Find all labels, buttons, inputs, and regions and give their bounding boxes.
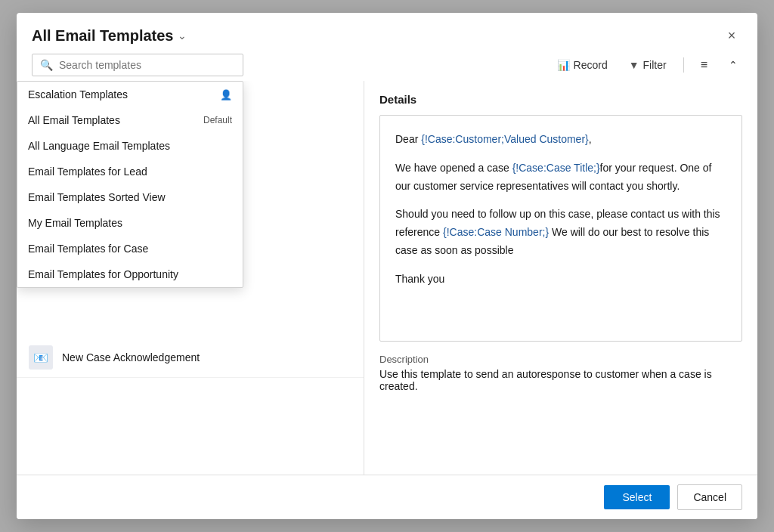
- dropdown-item-sorted[interactable]: Email Templates Sorted View: [17, 184, 243, 210]
- dropdown-item-label-text: Email Templates for Case: [28, 243, 148, 255]
- default-badge: Default: [203, 115, 232, 125]
- toolbar-row: 🔍 📊 Record ▼ Filter ≡ ⌃: [17, 46, 757, 81]
- description-text: Use this template to send an autorespons…: [379, 368, 742, 392]
- dropdown-item-label-text: All Email Templates: [28, 114, 120, 126]
- filter-icon: ▼: [629, 59, 639, 71]
- closing-text: Thank you: [395, 273, 444, 285]
- record-icon: 📊: [557, 59, 570, 71]
- modal-title: All Email Templates: [32, 27, 173, 45]
- email-paragraph-2: Should you need to follow up on this cas…: [395, 206, 726, 259]
- salutation-comma: ,: [589, 133, 592, 145]
- left-panel: Escalation Templates 👤 All Email Templat…: [17, 81, 364, 475]
- dropdown-item-label-text: Email Templates Sorted View: [28, 191, 166, 203]
- dropdown-item-label-text: Email Templates for Opportunity: [28, 268, 178, 280]
- toolbar-right: 📊 Record ▼ Filter ≡ ⌃: [553, 55, 742, 75]
- list-item[interactable]: 📧 New Case Acknowledgement: [17, 338, 364, 378]
- dropdown-item-my[interactable]: My Email Templates: [17, 210, 243, 236]
- dropdown-item-lead[interactable]: Email Templates for Lead: [17, 159, 243, 184]
- collapse-button[interactable]: ⌃: [724, 56, 742, 74]
- template-dropdown-menu: Escalation Templates 👤 All Email Templat…: [17, 81, 243, 288]
- content-area: Escalation Templates 👤 All Email Templat…: [17, 81, 757, 475]
- close-button[interactable]: ×: [721, 25, 742, 46]
- more-options-button[interactable]: ≡: [696, 55, 712, 75]
- title-row: All Email Templates ⌄: [32, 27, 187, 45]
- search-icon: 🔍: [40, 59, 53, 71]
- hamburger-icon: ≡: [701, 58, 707, 72]
- modal-header: All Email Templates ⌄ ×: [17, 13, 757, 46]
- search-box[interactable]: 🔍: [32, 54, 243, 76]
- list-item-name: New Case Acknowledgement: [62, 351, 200, 363]
- dynamic-case-number: {!Case:Case Number;}: [443, 226, 549, 238]
- email-salutation: Dear {!Case:Customer;Valued Customer},: [395, 131, 726, 149]
- dropdown-item-opportunity[interactable]: Email Templates for Opportunity: [17, 261, 243, 287]
- details-heading: Details: [379, 93, 742, 106]
- filter-button[interactable]: ▼ Filter: [624, 56, 671, 74]
- dropdown-item-label-text: All Language Email Templates: [28, 140, 170, 152]
- dropdown-item-case[interactable]: Email Templates for Case: [17, 236, 243, 261]
- email-icon: 📧: [33, 351, 48, 365]
- modal-footer: Select Cancel: [17, 475, 757, 519]
- dropdown-item-escalation[interactable]: Escalation Templates 👤: [17, 82, 243, 107]
- record-label: Record: [574, 59, 608, 71]
- dynamic-case-title: {!Case:Case Title;}: [512, 162, 600, 174]
- description-section: Description Use this template to send an…: [379, 354, 742, 392]
- email-paragraph-1: We have opened a case {!Case:Case Title;…: [395, 159, 726, 196]
- dropdown-item-label-text: My Email Templates: [28, 217, 122, 229]
- dropdown-item-all-language[interactable]: All Language Email Templates: [17, 133, 243, 159]
- dynamic-customer: {!Case:Customer;Valued Customer}: [421, 133, 589, 145]
- list-item-icon: 📧: [29, 345, 53, 370]
- select-button[interactable]: Select: [604, 485, 670, 509]
- para1-text-before: We have opened a case: [395, 162, 512, 174]
- dropdown-item-all-email[interactable]: All Email Templates Default: [17, 107, 243, 133]
- filter-label: Filter: [643, 59, 667, 71]
- right-panel: Details Dear {!Case:Customer;Valued Cust…: [364, 81, 757, 475]
- dropdown-item-label-text: Email Templates for Lead: [28, 165, 147, 178]
- cancel-button[interactable]: Cancel: [677, 484, 742, 510]
- email-preview: Dear {!Case:Customer;Valued Customer}, W…: [379, 115, 742, 342]
- modal-dialog: All Email Templates ⌄ × 🔍 📊 Record ▼ Fil…: [17, 13, 757, 519]
- user-icon: 👤: [220, 89, 232, 101]
- modal-overlay: All Email Templates ⌄ × 🔍 📊 Record ▼ Fil…: [0, 0, 774, 532]
- email-closing: Thank you: [395, 271, 726, 289]
- salutation-text-before: Dear: [395, 133, 421, 145]
- description-label: Description: [379, 354, 742, 365]
- chevron-up-icon: ⌃: [729, 59, 738, 71]
- record-button[interactable]: 📊 Record: [553, 56, 612, 74]
- dropdown-item-label-text: Escalation Templates: [28, 88, 128, 101]
- title-chevron-icon[interactable]: ⌄: [178, 29, 187, 42]
- toolbar-divider: [683, 57, 684, 73]
- search-input[interactable]: [59, 59, 235, 71]
